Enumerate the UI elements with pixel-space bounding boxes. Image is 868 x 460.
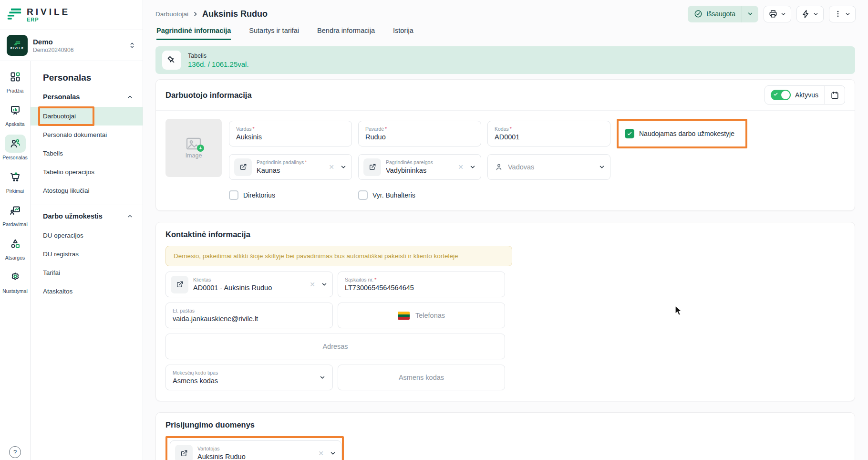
- telefonas-field[interactable]: Telefonas: [338, 303, 505, 328]
- menu-section-personalas[interactable]: Personalas: [31, 87, 143, 107]
- mokesciu-kodo-tipas-select[interactable]: Mokesčių kodo tipas Asmens kodas: [165, 365, 333, 390]
- tab-bendra-informacija[interactable]: Bendra informacija: [317, 27, 375, 40]
- app-logo[interactable]: RIVILE ERP: [0, 0, 143, 30]
- chevron-down-icon: [780, 11, 786, 17]
- rail-item-personalas[interactable]: Personalas: [0, 135, 30, 160]
- sidebar-item-ataskaitos[interactable]: Ataskaitos: [31, 282, 143, 301]
- kodas-field[interactable]: Kodas* AD0001: [487, 121, 610, 146]
- chevron-down-icon: [845, 11, 851, 17]
- main-area: Darbuotojai Auksinis Ruduo Išsaugota: [144, 0, 868, 460]
- lightning-icon: [801, 10, 810, 19]
- highlight-box-naudojamas: Naudojamas darbo užmokestyje: [617, 119, 747, 148]
- chevron-down-icon[interactable]: [321, 281, 328, 288]
- rail-item-pirkimai[interactable]: Pirkimai: [0, 168, 30, 194]
- clear-icon[interactable]: ✕: [457, 163, 465, 171]
- pareigos-field[interactable]: Pagrindinės pareigos Vadybininkas ✕: [358, 154, 481, 180]
- menu-section-darbo-uzmokestis[interactable]: Darbo užmokestis: [31, 206, 143, 226]
- people-icon: [5, 135, 26, 153]
- contact-card-title: Kontaktinė informacija: [165, 230, 250, 239]
- external-link-icon[interactable]: [171, 276, 188, 293]
- printer-icon: [768, 9, 778, 19]
- chevron-down-icon: [813, 11, 819, 17]
- more-menu-button[interactable]: [829, 6, 856, 22]
- save-dropdown-chevron-icon[interactable]: [742, 10, 758, 17]
- chevron-down-icon[interactable]: [319, 374, 326, 381]
- naudojamas-checkbox[interactable]: Naudojamas darbo užmokestyje: [625, 129, 734, 138]
- chevron-down-icon[interactable]: [469, 164, 476, 170]
- clear-icon[interactable]: ✕: [328, 163, 335, 171]
- toolbar-actions: Išsaugota: [688, 6, 856, 22]
- rail-item-nustatymai[interactable]: Nustatymai: [0, 268, 30, 294]
- rail-item-pardavimai[interactable]: Pardavimai: [0, 201, 30, 227]
- clear-icon[interactable]: ✕: [317, 450, 325, 457]
- workspace-name: Demo: [33, 38, 73, 46]
- chevron-up-icon: [127, 94, 133, 100]
- save-button[interactable]: Išsaugota: [688, 6, 758, 22]
- chevron-down-icon[interactable]: [330, 450, 336, 457]
- add-photo-badge-icon[interactable]: +: [197, 145, 204, 152]
- external-link-icon[interactable]: [234, 158, 252, 176]
- tab-pagrindine-informacija[interactable]: Pagrindinė informacija: [156, 27, 231, 40]
- vardas-field[interactable]: Vardas* Auksinis: [229, 121, 352, 146]
- sidebar-item-du-operacijos[interactable]: DU operacijos: [31, 226, 143, 245]
- asmens-kodas-field[interactable]: Asmens kodas: [338, 365, 505, 390]
- calendar-button[interactable]: [825, 91, 845, 100]
- breadcrumb: Darbuotojai Auksinis Ruduo: [155, 9, 268, 19]
- employee-card-title: Darbuotojo informacija: [165, 91, 252, 100]
- brand-name: RIVILE: [27, 7, 70, 17]
- chevron-down-icon[interactable]: [340, 164, 347, 170]
- active-toggle-label: Aktyvus: [795, 91, 818, 99]
- help-button[interactable]: ?: [9, 446, 21, 458]
- tabelis-banner[interactable]: Tabelis 136d. / 1061.25val.: [155, 46, 855, 74]
- klientas-field[interactable]: Klientas AD0001 - Auksinis Ruduo ✕: [165, 272, 333, 297]
- external-link-icon[interactable]: [175, 445, 193, 460]
- quick-actions-button[interactable]: [796, 6, 824, 22]
- person-icon: [493, 163, 503, 171]
- rail-item-atsargos[interactable]: Atsargos: [0, 235, 30, 261]
- tab-sutartys-ir-tarifai[interactable]: Sutartys ir tarifai: [249, 27, 299, 40]
- padalinys-field[interactable]: Pagrindinis padalinys* Kaunas ✕: [229, 154, 352, 180]
- breadcrumb-parent[interactable]: Darbuotojai: [155, 10, 188, 18]
- checkbox-unchecked-icon[interactable]: [358, 190, 368, 200]
- rivile-logo-icon: [7, 8, 22, 22]
- checkbox-checked-icon[interactable]: [625, 129, 634, 138]
- workspace-selector[interactable]: RIVILE Demo Demo20240906: [0, 30, 143, 61]
- sidebar-item-tarifai[interactable]: Tarifai: [31, 263, 143, 282]
- el-pastas-field[interactable]: El. paštas vaida.jankauskiene@rivile.lt: [165, 303, 333, 328]
- tab-istorija[interactable]: Istorija: [393, 27, 413, 40]
- employee-info-card: Darbuotojo informacija Aktyvus: [155, 79, 855, 211]
- lithuania-flag-icon[interactable]: [398, 312, 410, 320]
- vadovas-select[interactable]: Vadovas: [487, 154, 610, 180]
- adresas-field[interactable]: Adresas: [165, 334, 505, 359]
- content: Tabelis 136d. / 1061.25val. Darbuotojo i…: [144, 40, 868, 460]
- direktorius-checkbox[interactable]: Direktorius: [229, 190, 275, 200]
- banner-value[interactable]: 136d. / 1061.25val.: [188, 60, 249, 68]
- vartotojas-field[interactable]: Vartotojas Auksinis Ruduo ✕: [170, 440, 341, 460]
- saskaitos-nr-field[interactable]: Sąskaitos nr.* LT7300654564564645: [338, 272, 505, 297]
- sidebar-item-tabelis[interactable]: Tabelis: [31, 144, 143, 163]
- active-toggle[interactable]: [771, 90, 791, 100]
- rail-item-apskaita[interactable]: Apskaita: [0, 101, 30, 127]
- workspace-avatar: RIVILE: [7, 35, 28, 56]
- chevron-up-icon: [127, 213, 133, 220]
- checkbox-unchecked-icon[interactable]: [229, 190, 238, 200]
- status-box: Aktyvus: [765, 85, 845, 105]
- image-icon: +: [186, 137, 202, 150]
- chevron-down-icon[interactable]: [599, 164, 605, 170]
- external-link-icon[interactable]: [363, 158, 381, 176]
- employee-photo-upload[interactable]: + Image: [165, 119, 222, 177]
- sidebar-item-du-registras[interactable]: DU registras: [31, 245, 143, 263]
- sidebar-item-personalo-dokumentai[interactable]: Personalo dokumentai: [31, 125, 143, 144]
- vyr-buhalteris-checkbox[interactable]: Vyr. Buhalteris: [358, 190, 415, 200]
- rail-item-pradzia[interactable]: Pradžia: [0, 68, 30, 94]
- print-button[interactable]: [764, 6, 791, 22]
- sidebar-item-darbuotojai[interactable]: Darbuotojai: [31, 107, 143, 125]
- module-title: Personalas: [31, 68, 143, 87]
- page-title: Auksinis Ruduo: [202, 9, 268, 19]
- pavarde-field[interactable]: Pavardė* Ruduo: [358, 121, 481, 146]
- clear-icon[interactable]: ✕: [309, 281, 316, 288]
- pushpin-icon: [162, 51, 181, 70]
- sidebar-item-tabelio-operacijos[interactable]: Tabelio operacijos: [31, 163, 143, 181]
- sidebar-item-atostogu-likuciai[interactable]: Atostogų likučiai: [31, 181, 143, 200]
- workspace-switch-icon[interactable]: [128, 42, 136, 49]
